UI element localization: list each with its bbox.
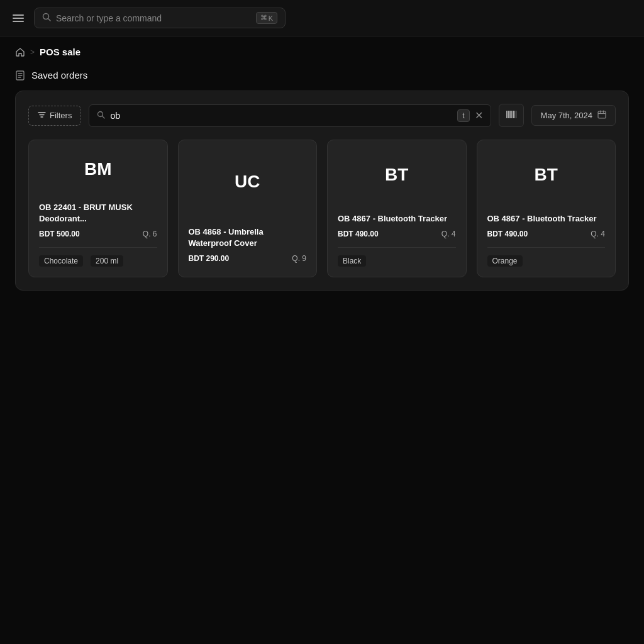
svg-rect-0 (13, 14, 24, 16)
order-card[interactable]: BT OB 4867 - Bluetooth Tracker BDT 490.0… (327, 140, 467, 277)
date-label: May 7th, 2024 (541, 111, 592, 120)
card-price: BDT 290.00 (189, 254, 230, 263)
card-price: BDT 490.00 (338, 230, 379, 238)
breadcrumb-separator: > (30, 48, 35, 57)
svg-rect-11 (506, 111, 508, 118)
card-price-row: BDT 290.00 Q. 9 (189, 254, 307, 263)
barcode-icon (506, 109, 517, 122)
search-placeholder: Search or type a command (56, 13, 251, 23)
svg-rect-16 (514, 111, 515, 118)
svg-line-4 (48, 19, 51, 21)
search-icon (42, 13, 51, 23)
page-header: Saved orders (0, 67, 644, 91)
svg-rect-13 (509, 111, 511, 118)
svg-rect-1 (13, 18, 24, 19)
card-variants: Chocolate 200 ml (39, 255, 157, 267)
variant-tag: Chocolate (39, 255, 83, 267)
card-divider (39, 247, 157, 248)
search-input-icon (97, 110, 105, 121)
variant-size-tag: 200 ml (91, 255, 123, 267)
calendar-icon (597, 110, 606, 121)
card-title: OB 4867 - Bluetooth Tracker (487, 213, 606, 225)
card-divider (487, 247, 606, 248)
keyboard-t-shortcut: t (457, 109, 469, 122)
variant-tag: Orange (487, 255, 523, 267)
order-card[interactable]: UC OB 4868 - Umbrella Waterproof Cover B… (178, 140, 318, 277)
breadcrumb-current: POS sale (40, 47, 80, 57)
svg-rect-12 (508, 111, 509, 118)
clear-search-button[interactable]: ✕ (475, 111, 483, 121)
card-price: BDT 500.00 (39, 230, 80, 238)
svg-rect-14 (511, 111, 512, 118)
date-filter-button[interactable]: May 7th, 2024 (531, 105, 616, 126)
order-card[interactable]: BT OB 4867 - Bluetooth Tracker BDT 490.0… (477, 140, 616, 277)
main-container: Filters t ✕ (15, 91, 629, 291)
saved-orders-icon (15, 70, 25, 80)
barcode-scan-button[interactable] (499, 104, 524, 127)
breadcrumb: > POS sale (0, 36, 644, 67)
svg-rect-15 (513, 111, 514, 118)
card-initials: BT (338, 153, 456, 203)
keyboard-shortcut: ⌘ K (256, 12, 277, 24)
svg-rect-2 (13, 21, 24, 22)
filter-icon (38, 111, 46, 121)
card-variants: Orange (487, 255, 606, 267)
variant-tag: Black (338, 255, 366, 267)
card-qty: Q. 6 (143, 230, 157, 238)
orders-grid: BM OB 22401 - BRUT MUSK Deodorant... BDT… (28, 140, 616, 277)
search-bar[interactable]: Search or type a command ⌘ K (34, 8, 286, 28)
svg-rect-17 (516, 111, 516, 118)
card-qty: Q. 4 (441, 230, 456, 238)
card-price-row: BDT 490.00 Q. 4 (487, 230, 606, 238)
order-card[interactable]: BM OB 22401 - BRUT MUSK Deodorant... BDT… (28, 140, 168, 277)
saved-orders-label: Saved orders (31, 70, 87, 80)
card-initials: BM (39, 153, 157, 192)
search-input-wrapper[interactable]: t ✕ (89, 104, 491, 127)
card-price-row: BDT 500.00 Q. 6 (39, 230, 157, 238)
card-divider (338, 247, 456, 248)
card-price-row: BDT 490.00 Q. 4 (338, 230, 456, 238)
filters-label: Filters (50, 111, 72, 120)
card-title: OB 22401 - BRUT MUSK Deodorant... (39, 202, 157, 225)
filter-bar: Filters t ✕ (28, 104, 616, 127)
filters-button[interactable]: Filters (28, 106, 81, 126)
svg-line-10 (103, 116, 105, 118)
card-qty: Q. 9 (292, 254, 306, 263)
card-qty: Q. 4 (591, 230, 605, 238)
card-initials: BT (487, 153, 606, 203)
topbar: Search or type a command ⌘ K (0, 0, 644, 36)
svg-rect-18 (598, 111, 606, 118)
search-input[interactable] (110, 111, 452, 121)
card-title: OB 4867 - Bluetooth Tracker (338, 213, 456, 225)
card-title: OB 4868 - Umbrella Waterproof Cover (189, 226, 307, 249)
card-price: BDT 490.00 (487, 230, 528, 238)
menu-button[interactable] (10, 10, 26, 26)
card-variants: Black (338, 255, 456, 267)
card-initials: UC (189, 153, 307, 216)
home-breadcrumb[interactable] (15, 47, 25, 57)
